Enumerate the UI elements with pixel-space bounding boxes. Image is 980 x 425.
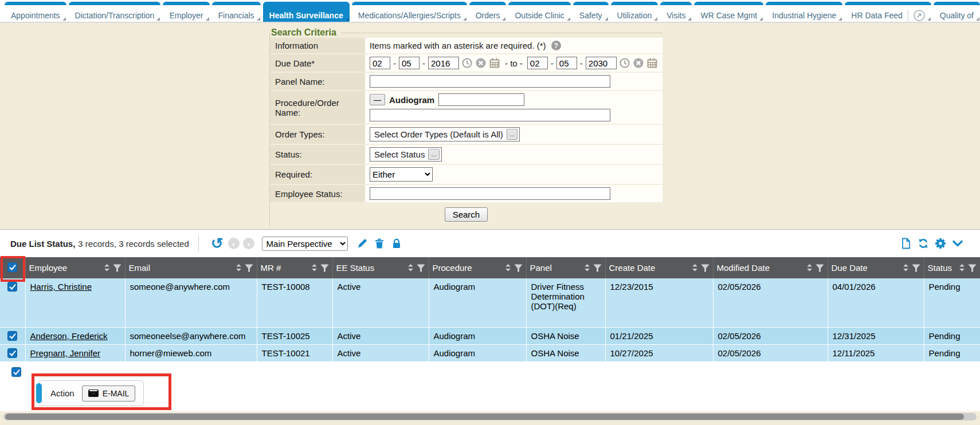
- panel-name-input[interactable]: [370, 75, 610, 88]
- table-row: Pregnant, Jenniferhorner@mieweb.comTEST-…: [0, 344, 980, 361]
- tab-financials[interactable]: Financials: [212, 2, 261, 22]
- tab-label: Medications/Allergies/Scripts: [358, 11, 461, 19]
- due-from-month-input[interactable]: [370, 57, 390, 69]
- tab-health-surveillance[interactable]: Health Surveillance: [263, 2, 350, 22]
- horizontal-scrollbar[interactable]: [3, 413, 977, 420]
- employee-link[interactable]: Harris, Christine: [30, 282, 92, 292]
- filter-icon[interactable]: [701, 264, 709, 272]
- order-types-picker[interactable]: Select Order Types (Default is All) ...: [370, 127, 520, 141]
- tab-bar: AppointmentsDictation/TranscriptionEmplo…: [0, 0, 980, 23]
- action-label: Action: [50, 388, 75, 398]
- sort-icon[interactable]: [903, 264, 909, 271]
- email-button[interactable]: E-MAIL: [82, 385, 136, 402]
- column-header-procedure: Procedure: [429, 257, 526, 278]
- nav-forward-icon[interactable]: ›: [243, 238, 254, 249]
- column-header-modified_date: Modified Date: [713, 257, 828, 278]
- filter-icon[interactable]: [417, 264, 425, 272]
- sort-icon[interactable]: [407, 264, 414, 271]
- clear-date-icon[interactable]: [475, 57, 487, 69]
- filter-icon[interactable]: [593, 264, 602, 272]
- sort-icon[interactable]: [806, 264, 813, 271]
- cell-create_date: 12/23/2015: [605, 278, 713, 327]
- remove-procedure-button[interactable]: —: [370, 94, 385, 105]
- scrollbar-thumb[interactable]: [5, 414, 964, 420]
- employee-status-input[interactable]: [370, 187, 610, 200]
- column-label: Employee: [29, 263, 101, 273]
- tab-dictation-transcription[interactable]: Dictation/Transcription: [69, 2, 161, 22]
- filter-icon[interactable]: [816, 264, 824, 272]
- lock-icon[interactable]: [391, 238, 402, 249]
- footer-select-checkbox[interactable]: [11, 367, 21, 377]
- due-from-year-input[interactable]: [428, 57, 459, 69]
- perspective-select[interactable]: Main Perspective: [262, 237, 348, 251]
- cell-status: Pending: [924, 327, 980, 344]
- toolbar-divider: [198, 235, 199, 251]
- employee-link[interactable]: Pregnant, Jennifer: [30, 348, 101, 358]
- required-select[interactable]: Either: [370, 167, 433, 182]
- filter-icon[interactable]: [245, 264, 253, 272]
- tab-employer[interactable]: Employer: [163, 2, 209, 22]
- tab-industrial-hygiene[interactable]: Industrial Hygiene: [766, 2, 842, 22]
- calendar-icon[interactable]: [489, 57, 500, 69]
- search-criteria-title: Search Criteria: [270, 27, 341, 38]
- sort-icon[interactable]: [692, 264, 698, 271]
- column-header-ee_status: EE Status: [332, 257, 429, 278]
- grid-body: Harris, Christinesomeone@anywhere.comTES…: [0, 278, 980, 361]
- due-to-year-input[interactable]: [586, 57, 617, 69]
- popout-icon[interactable]: ↗: [914, 10, 925, 21]
- filter-icon[interactable]: [113, 264, 121, 272]
- table-row: Anderson, Fredericksomeoneelse@anywhere.…: [0, 327, 980, 344]
- tab-appointments[interactable]: Appointments: [5, 2, 66, 22]
- new-document-icon[interactable]: [900, 238, 912, 249]
- search-button[interactable]: Search: [445, 207, 488, 222]
- edit-pencil-icon[interactable]: [356, 238, 368, 249]
- status-label: Status:: [270, 145, 365, 165]
- status-ellipsis-button[interactable]: ...: [428, 149, 439, 160]
- sort-icon[interactable]: [959, 264, 965, 271]
- trash-icon[interactable]: [374, 238, 385, 249]
- undo-icon[interactable]: ↺: [211, 238, 224, 249]
- sort-icon[interactable]: [236, 264, 242, 271]
- tab-medications-allergies-scripts[interactable]: Medications/Allergies/Scripts: [352, 2, 467, 22]
- filter-icon[interactable]: [912, 264, 920, 272]
- tab-orders[interactable]: Orders: [469, 2, 507, 22]
- row-checkbox[interactable]: [7, 348, 17, 358]
- search-form-grid: Information Items marked with an asteris…: [270, 38, 663, 203]
- due-from-day-input[interactable]: [399, 57, 420, 69]
- action-accent-bar: [36, 383, 42, 403]
- calendar-icon[interactable]: [646, 57, 658, 69]
- nav-back-icon[interactable]: ‹: [228, 238, 240, 249]
- procedure-search-input[interactable]: [370, 109, 610, 121]
- clock-icon[interactable]: [461, 57, 473, 69]
- order-types-ellipsis-button[interactable]: ...: [507, 129, 518, 140]
- tab-hr-data-feed[interactable]: HR Data Feed↗: [845, 2, 931, 22]
- tab-label: Outside Clinic: [515, 11, 564, 19]
- refresh-icon[interactable]: [918, 238, 929, 249]
- sort-icon[interactable]: [505, 264, 511, 271]
- status-picker[interactable]: Select Status ...: [370, 147, 442, 162]
- select-all-checkbox[interactable]: [7, 262, 17, 272]
- tab-safety[interactable]: Safety: [573, 2, 609, 22]
- tab-outside-clinic[interactable]: Outside Clinic: [508, 2, 570, 22]
- filter-icon[interactable]: [320, 264, 329, 272]
- employee-link[interactable]: Anderson, Frederick: [30, 331, 108, 341]
- sort-icon[interactable]: [584, 264, 590, 271]
- sort-icon[interactable]: [104, 264, 110, 271]
- sort-icon[interactable]: [311, 264, 317, 271]
- clear-date-icon[interactable]: [633, 57, 644, 69]
- tab-utilization[interactable]: Utilization: [611, 2, 658, 22]
- row-checkbox[interactable]: [7, 282, 17, 292]
- due-to-month-input[interactable]: [527, 57, 548, 69]
- collapse-chevron-icon[interactable]: [952, 238, 963, 249]
- filter-icon[interactable]: [968, 264, 977, 272]
- help-icon[interactable]: ?: [551, 41, 561, 50]
- procedure-detail-input[interactable]: [438, 93, 524, 106]
- gear-icon[interactable]: [935, 238, 946, 249]
- tab-wr-case-mgmt[interactable]: WR Case Mgmt: [694, 2, 763, 22]
- tab-quality-of[interactable]: Quality of: [934, 2, 980, 22]
- row-checkbox[interactable]: [7, 331, 17, 341]
- tab-visits[interactable]: Visits: [660, 2, 692, 22]
- due-to-day-input[interactable]: [556, 57, 577, 69]
- clock-icon[interactable]: [619, 57, 630, 69]
- filter-icon[interactable]: [514, 264, 523, 272]
